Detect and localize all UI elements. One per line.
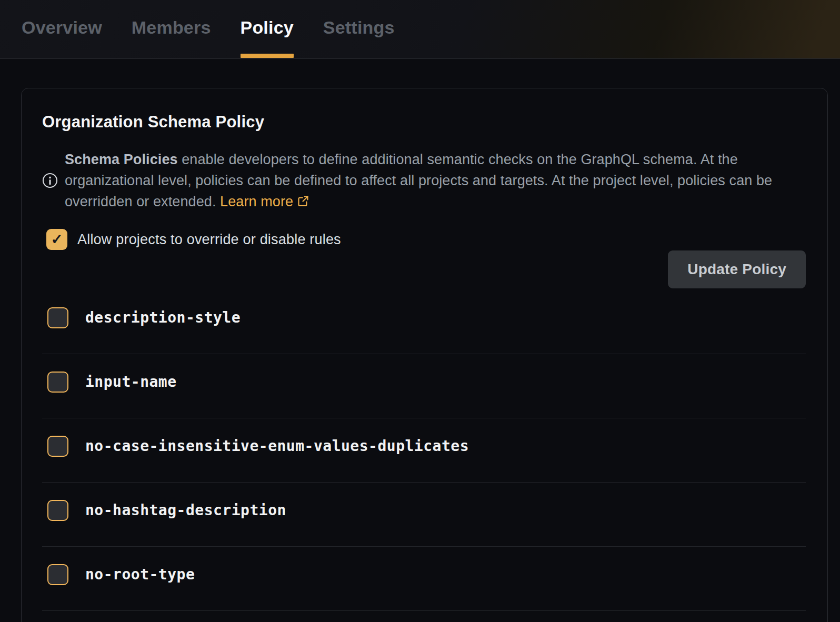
info-icon: [42, 173, 58, 188]
rule-checkbox[interactable]: [47, 436, 68, 457]
rule-row-input-name: input-name: [42, 354, 806, 418]
learn-more-link[interactable]: Learn more: [220, 194, 309, 209]
rule-name: description-style: [85, 309, 241, 326]
rules-list: description-style input-name no-case-ins…: [42, 290, 806, 611]
check-icon: ✓: [51, 233, 63, 247]
update-policy-button[interactable]: Update Policy: [668, 250, 806, 288]
tab-members[interactable]: Members: [132, 0, 211, 55]
tab-overview[interactable]: Overview: [22, 0, 102, 55]
button-row: Update Policy: [42, 250, 806, 288]
tab-label: Overview: [22, 17, 102, 38]
active-tab-indicator: [241, 54, 294, 58]
tab-bar: Overview Members Policy Settings: [0, 0, 840, 59]
rule-row-description-style: description-style: [42, 290, 806, 354]
tab-settings[interactable]: Settings: [323, 0, 395, 55]
rule-checkbox[interactable]: [47, 500, 68, 521]
rule-row-no-root-type: no-root-type: [42, 547, 806, 611]
rule-name: input-name: [85, 373, 177, 390]
rule-row-no-case-insensitive-enum-values-duplicates: no-case-insensitive-enum-values-duplicat…: [42, 418, 806, 483]
tab-label: Policy: [241, 17, 294, 38]
policy-description: Schema Policies enable developers to def…: [65, 149, 787, 212]
rule-checkbox[interactable]: [47, 307, 68, 328]
tab-label: Settings: [323, 17, 395, 38]
allow-override-checkbox[interactable]: ✓: [46, 229, 67, 250]
info-callout: Schema Policies enable developers to def…: [42, 149, 806, 212]
allow-override-row: ✓ Allow projects to override or disable …: [46, 229, 806, 250]
description-bold-text: Schema Policies: [65, 152, 178, 167]
rule-name: no-hashtag-description: [85, 501, 286, 519]
tab-label: Members: [132, 17, 211, 38]
rule-name: no-root-type: [85, 566, 195, 583]
schema-policy-card: Organization Schema Policy Schema Polici…: [21, 88, 828, 622]
rule-name: no-case-insensitive-enum-values-duplicat…: [85, 437, 469, 455]
allow-override-label: Allow projects to override or disable ru…: [77, 232, 341, 248]
tab-policy[interactable]: Policy: [241, 0, 294, 55]
rule-checkbox[interactable]: [47, 564, 68, 585]
learn-more-label: Learn more: [220, 194, 293, 209]
rule-row-no-hashtag-description: no-hashtag-description: [42, 483, 806, 547]
page-title: Organization Schema Policy: [42, 113, 806, 131]
external-link-icon: [297, 195, 309, 207]
rule-checkbox[interactable]: [47, 372, 68, 393]
